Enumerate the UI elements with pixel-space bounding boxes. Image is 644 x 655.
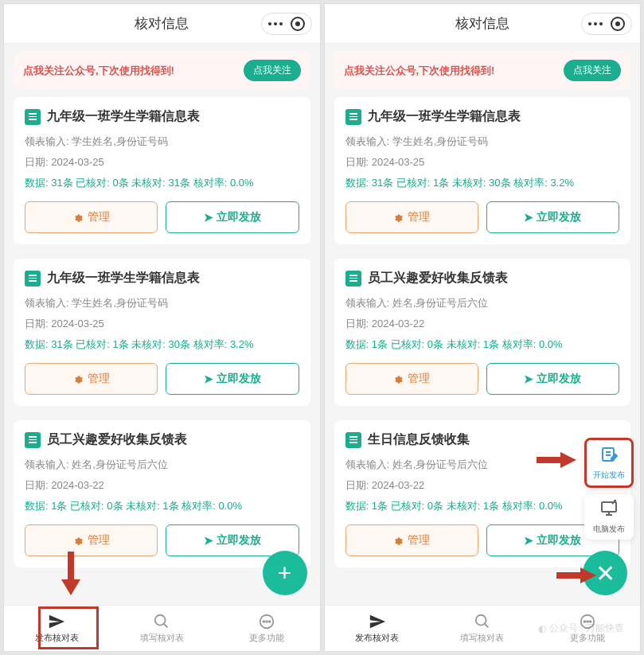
tab-publish[interactable]: 发布核对表 [325,606,430,651]
wechat-icon: ◐ [538,623,546,634]
card-stats: 数据: 1条 已核对: 0条 未核对: 1条 核对率: 0.0% [25,499,299,513]
content-list: 九年级一班学生学籍信息表 领表输入: 学生姓名,身份证号码 日期: 2024-0… [4,97,320,567]
svg-point-3 [263,621,265,622]
card-title: 九年级一班学生学籍信息表 [47,108,200,125]
watermark: ◐ 公众号 · 万能快查 [538,622,624,635]
svg-marker-19 [560,452,576,468]
card-stats: 数据: 1条 已核对: 0条 未核对: 1条 核对率: 0.0% [345,499,620,513]
page-title: 核对信息 [135,14,189,33]
send-icon [48,613,65,630]
right-phone: 核对信息 点我关注公众号,下次使用找得到! 点我关注 九年级一班学生学籍信息表 … [324,3,642,652]
manage-button[interactable]: 管理 [345,524,478,556]
svg-rect-6 [68,552,74,579]
checklist-card: 员工兴趣爱好收集反馈表 领表输入: 姓名,身份证号后六位 日期: 2024-03… [334,259,631,406]
search-icon [153,613,170,630]
document-icon [345,109,361,125]
add-fab[interactable]: + [263,551,307,595]
more-icon [588,22,603,25]
manage-button[interactable]: 管理 [25,363,158,395]
close-miniapp-icon [611,17,625,31]
plus-icon: + [278,559,292,587]
card-title: 九年级一班学生学籍信息表 [47,270,200,287]
document-icon [25,271,41,287]
manage-button[interactable]: 管理 [25,201,158,233]
publish-button[interactable]: ➤ 立即发放 [166,201,299,233]
gear-icon [73,212,84,223]
tabbar: 发布核对表 填写核对表 更多功能 [4,605,320,651]
svg-point-5 [269,621,271,622]
gear-icon [393,373,404,384]
more-icon [258,613,275,630]
checklist-card: 九年级一班学生学籍信息表 领表输入: 学生姓名,身份证号码 日期: 2024-0… [14,97,310,244]
svg-rect-18 [537,457,560,463]
checklist-card: 九年级一班学生学籍信息表 领表输入: 学生姓名,身份证号码 日期: 2024-0… [14,259,310,406]
banner-text: 点我关注公众号,下次使用找得到! [344,64,495,78]
manage-button[interactable]: 管理 [345,363,478,395]
document-icon [345,271,361,287]
card-title: 九年级一班学生学籍信息表 [368,108,521,125]
float-menu: 开始发布 电脑发布 [584,438,634,540]
gear-icon [73,373,84,384]
card-title: 生日信息反馈收集 [368,431,470,448]
svg-point-12 [476,615,486,626]
checklist-card: 员工兴趣爱好收集反馈表 领表输入: 姓名,身份证号后六位 日期: 2024-03… [14,420,310,567]
more-icon [268,22,283,25]
document-icon [25,432,41,448]
svg-rect-20 [556,572,580,579]
page-title: 核对信息 [455,14,509,33]
gear-icon [393,212,404,223]
annotation-arrow-right [556,567,596,583]
manage-button[interactable]: 管理 [345,201,478,233]
follow-button[interactable]: 点我关注 [244,60,301,81]
document-icon [25,109,41,125]
svg-marker-7 [61,579,80,595]
card-stats: 数据: 31条 已核对: 0条 未核对: 31条 核对率: 0.0% [25,176,299,190]
card-stats: 数据: 1条 已核对: 0条 未核对: 1条 核对率: 0.0% [345,337,620,352]
publish-button[interactable]: ➤ 立即发放 [486,201,619,233]
float-pc-publish[interactable]: 电脑发布 [584,494,634,540]
close-miniapp-icon [291,17,305,31]
header: 核对信息 [325,4,641,44]
manage-button[interactable]: 管理 [25,524,158,556]
publish-button[interactable]: ➤ 立即发放 [486,363,619,395]
svg-line-13 [485,624,489,628]
edit-icon [599,445,619,468]
card-stats: 数据: 31条 已核对: 1条 未核对: 30条 核对率: 3.2% [345,176,620,190]
tab-fill[interactable]: 填写核对表 [430,606,535,651]
tab-more[interactable]: 更多功能 [214,606,319,651]
svg-marker-21 [580,567,596,583]
arrow-icon: ➤ [204,534,213,547]
follow-banner: 点我关注公众号,下次使用找得到! 点我关注 [14,52,310,89]
header: 核对信息 [4,4,320,44]
arrow-icon: ➤ [204,372,213,385]
card-title: 员工兴趣爱好收集反馈表 [368,270,508,287]
close-icon: ✕ [595,559,615,587]
svg-line-1 [164,624,168,628]
arrow-icon: ➤ [524,534,533,547]
svg-point-0 [155,615,166,626]
arrow-icon: ➤ [204,211,213,224]
publish-button[interactable]: ➤ 立即发放 [166,363,299,395]
desktop-icon [599,499,619,522]
checklist-card: 九年级一班学生学籍信息表 领表输入: 学生姓名,身份证号码 日期: 2024-0… [334,97,631,244]
gear-icon [73,535,84,546]
banner-text: 点我关注公众号,下次使用找得到! [23,64,174,78]
svg-rect-9 [602,502,616,512]
annotation-arrow-right [537,452,576,468]
capsule-menu[interactable] [261,13,312,35]
float-start-publish[interactable]: 开始发布 [584,438,634,488]
capsule-menu[interactable] [581,13,632,35]
card-title: 员工兴趣爱好收集反馈表 [47,431,187,448]
annotation-arrow-down [61,552,80,595]
follow-banner: 点我关注公众号,下次使用找得到! 点我关注 [334,52,631,89]
follow-button[interactable]: 点我关注 [564,60,621,81]
card-stats: 数据: 31条 已核对: 1条 未核对: 30条 核对率: 3.2% [25,337,299,352]
send-icon [369,613,386,630]
document-icon [345,432,361,448]
svg-point-4 [267,621,268,622]
left-phone: 核对信息 点我关注公众号,下次使用找得到! 点我关注 九年级一班学生学籍信息表 … [3,3,321,652]
arrow-icon: ➤ [524,211,533,224]
tab-fill[interactable]: 填写核对表 [109,606,214,651]
tab-publish[interactable]: 发布核对表 [4,606,109,651]
arrow-icon: ➤ [524,372,533,385]
